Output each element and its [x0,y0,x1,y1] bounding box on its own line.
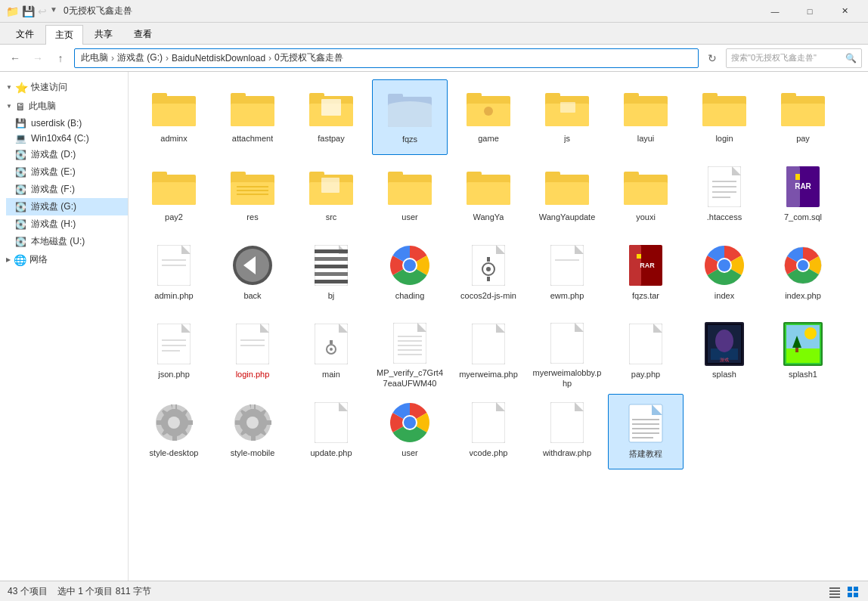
sidebar-item-win10[interactable]: 💻 Win10x64 (C:) [6,131,128,146]
file-item-style-desktop[interactable]: style-desktop [136,394,212,469]
file-item-main[interactable]: main [293,315,369,391]
file-item-fqzs-tar[interactable]: RAR fqzs.tar [608,237,684,312]
file-item-game[interactable]: game [451,79,526,155]
svg-rect-74 [315,249,348,253]
file-item-splash[interactable]: 游戏 splash [687,315,762,391]
file-label: MP_verify_c7Grt47eaaUFWM40 [375,368,445,388]
forward-button[interactable]: → [29,49,47,67]
file-item-myerweimalobby[interactable]: myerweimalobby.php [529,315,605,391]
tab-view[interactable]: 查看 [124,24,162,44]
file-item-sql[interactable]: RAR 7_com.sql [765,158,841,234]
file-item-adminx[interactable]: adminx [136,79,212,155]
maximize-button[interactable]: □ [792,0,827,23]
file-item-pay-php[interactable]: pay.php [608,315,684,391]
file-item-pay[interactable]: pay [765,79,841,155]
svg-rect-53 [624,172,639,178]
main-layout: ▼ ⭐ 快速访问 ▼ 🖥 此电脑 💾 userdisk (B:) 💻 Win10… [0,72,868,581]
sidebar-item-gameE[interactable]: 💽 游戏盘 (E:) [6,163,128,181]
file-item-back[interactable]: back [215,237,290,312]
file-item-fastpay[interactable]: fastpay [293,79,369,155]
file-icon-myerweima [466,321,511,367]
file-item-login[interactable]: login [687,79,762,155]
file-label: myerweimalobby.php [532,368,602,388]
svg-rect-168 [854,587,858,591]
breadcrumb-current[interactable]: 0无授权飞鑫走兽 [274,51,343,64]
svg-point-97 [718,259,730,271]
svg-text:RAR: RAR [640,262,655,269]
file-item-withdraw[interactable]: withdraw.php [529,394,605,469]
drive-icon: 💻 [15,133,26,144]
file-icon-index-php [780,243,826,288]
file-label: WangYaupdate [539,212,596,222]
file-item-htaccess[interactable]: .htaccess [687,158,762,234]
close-button[interactable]: ✕ [827,0,862,23]
file-item-mp-verify[interactable]: MP_verify_c7Grt47eaaUFWM40 [372,315,448,391]
sidebar-item-gameG[interactable]: 💽 游戏盘 (G:) [6,198,128,215]
tab-file[interactable]: 文件 [6,24,44,44]
file-item-fqzs[interactable]: fqzs [372,79,448,155]
svg-rect-166 [829,596,840,598]
file-label: user [401,448,417,458]
file-item-style-mobile[interactable]: style-mobile [215,394,290,469]
address-bar[interactable]: 此电脑 › 游戏盘 (G:) › BaiduNetdiskDownload › … [74,48,699,68]
file-item-myerweima[interactable]: myerweima.php [451,315,526,391]
breadcrumb-baidu[interactable]: BaiduNetdiskDownload [172,53,265,64]
breadcrumb-pc[interactable]: 此电脑 [81,51,108,64]
file-item-attachment[interactable]: attachment [215,79,290,155]
refresh-button[interactable]: ↻ [703,49,721,67]
file-label: main [322,370,340,379]
tab-share[interactable]: 共享 [85,24,122,44]
search-bar[interactable]: 搜索"0无授权飞鑫走兽" 🔍 [726,48,862,68]
search-icon[interactable]: 🔍 [845,53,857,64]
file-item-login-php[interactable]: login.php [215,315,290,391]
file-item-layui[interactable]: layui [608,79,684,155]
up-button[interactable]: ↑ [51,49,70,67]
sidebar-item-gameD[interactable]: 💽 游戏盘 (D:) [6,146,128,163]
svg-rect-18 [545,93,560,99]
view-details-button[interactable] [827,584,842,599]
dropdown-arrow[interactable]: ▼ [50,5,57,17]
breadcrumb-drive[interactable]: 游戏盘 (G:) [117,51,163,64]
file-item-wangya[interactable]: WangYa [451,158,526,234]
file-item-user-folder[interactable]: user [372,158,448,234]
expand-icon: ▼ [6,84,12,91]
file-item-admin-php[interactable]: admin.php [136,237,212,312]
file-item-vcode[interactable]: vcode.php [451,394,526,469]
file-icon-main [308,321,354,367]
svg-rect-2 [152,104,196,126]
file-item-bj[interactable]: bj [293,237,369,312]
file-item-src[interactable]: src [293,158,369,234]
sidebar-this-pc[interactable]: ▼ 🖥 此电脑 [0,97,128,116]
file-item-user-chrome[interactable]: user [372,394,448,469]
file-item-js[interactable]: js [529,79,605,155]
file-item-json[interactable]: json.php [136,315,212,391]
svg-rect-114 [330,340,333,344]
svg-rect-42 [321,178,339,193]
minimize-button[interactable]: — [758,0,792,23]
file-item-ewm[interactable]: ewm.php [529,237,605,312]
sidebar-item-gameH[interactable]: 💽 游戏盘 (H:) [6,215,128,233]
sidebar-item-gameF[interactable]: 💽 游戏盘 (F:) [6,181,128,198]
file-item-wangyaupdate[interactable]: WangYaupdate [529,158,605,234]
sidebar-quick-access[interactable]: ▼ ⭐ 快速访问 [0,78,128,97]
file-label: pay.php [631,370,660,379]
file-item-chading[interactable]: chading [372,237,448,312]
sidebar-network[interactable]: ▶ 🌐 网络 [0,250,128,269]
file-item-update-php[interactable]: update.php [293,394,369,469]
file-item-pay2[interactable]: pay2 [136,158,212,234]
sidebar-item-userdisk[interactable]: 💾 userdisk (B:) [6,116,128,131]
file-item-res[interactable]: res [215,158,290,234]
file-item-cocos[interactable]: cocos2d-js-min [451,237,526,312]
file-item-index-php[interactable]: index.php [765,237,841,312]
back-button[interactable]: ← [6,49,24,67]
tab-home[interactable]: 主页 [45,25,83,45]
file-item-youxi[interactable]: youxi [608,158,684,234]
svg-rect-167 [848,587,852,591]
sidebar-item-localU[interactable]: 💽 本地磁盘 (U:) [6,233,128,250]
file-item-index[interactable]: index [687,237,762,312]
file-item-splash1[interactable]: splash1 [765,315,841,391]
file-item-jiaocheng[interactable]: 搭建教程 [608,394,684,469]
view-large-icons-button[interactable] [845,584,860,599]
address-area: ← → ↑ 此电脑 › 游戏盘 (G:) › BaiduNetdiskDownl… [0,45,868,72]
folder-icon-wangyaupdate [544,164,590,209]
